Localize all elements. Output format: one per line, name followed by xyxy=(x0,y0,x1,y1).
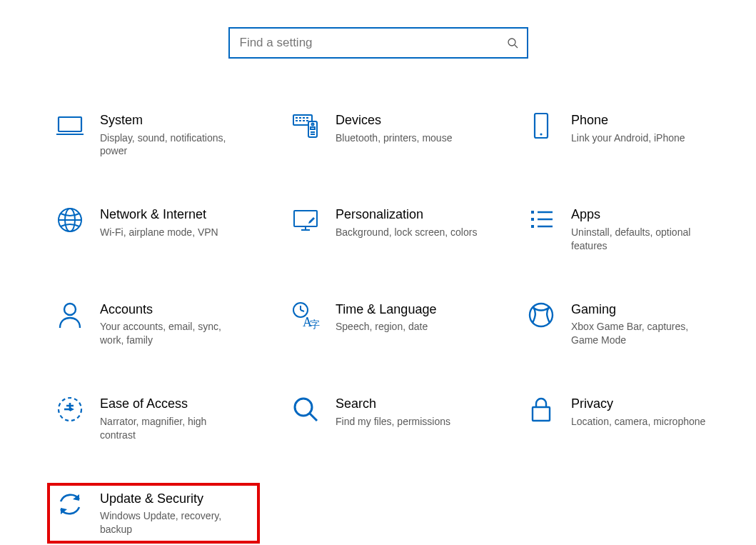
tile-title: Ease of Access xyxy=(100,396,251,412)
svg-text:字: 字 xyxy=(310,319,320,329)
update-icon xyxy=(56,490,84,519)
tile-title: Accounts xyxy=(100,302,251,318)
tile-title: Update & Security xyxy=(100,491,251,507)
svg-rect-28 xyxy=(531,225,534,228)
svg-line-42 xyxy=(310,414,317,421)
tile-network-internet[interactable]: Network & Internet Wi-Fi, airplane mode,… xyxy=(50,201,257,256)
svg-marker-40 xyxy=(70,407,74,411)
tile-gaming[interactable]: Gaming Xbox Game Bar, captures, Game Mod… xyxy=(521,296,728,351)
tile-desc: Link your Android, iPhone xyxy=(571,131,714,145)
tile-title: Phone xyxy=(571,113,722,129)
tile-personalization[interactable]: Personalization Background, lock screen,… xyxy=(286,201,493,256)
tile-system[interactable]: System Display, sound, notifications, po… xyxy=(50,107,257,162)
svg-rect-27 xyxy=(531,218,534,221)
gaming-icon xyxy=(527,301,555,329)
time-language-icon: A 字 xyxy=(291,301,320,329)
tile-title: Privacy xyxy=(571,396,722,412)
tile-desc: Bluetooth, printers, mouse xyxy=(336,131,478,145)
tile-privacy[interactable]: Privacy Location, camera, microphone xyxy=(521,391,728,446)
tile-search[interactable]: Search Find my files, permissions xyxy=(286,391,493,446)
tile-title: Gaming xyxy=(571,302,722,318)
tile-title: System xyxy=(100,113,251,129)
tile-apps[interactable]: Apps Uninstall, defaults, optional featu… xyxy=(521,201,728,256)
tile-accounts[interactable]: Accounts Your accounts, email, sync, wor… xyxy=(50,296,257,351)
personalization-icon xyxy=(291,206,320,234)
tile-devices[interactable]: Devices Bluetooth, printers, mouse xyxy=(286,107,493,162)
magnifier-icon xyxy=(291,395,320,424)
lock-icon xyxy=(527,395,555,424)
search-input[interactable] xyxy=(238,35,507,51)
svg-rect-2 xyxy=(59,117,81,131)
tile-desc: Display, sound, notifications, power xyxy=(100,131,243,159)
tile-title: Apps xyxy=(571,207,722,223)
tile-title: Devices xyxy=(336,113,487,129)
tile-desc: Background, lock screen, colors xyxy=(336,226,478,239)
devices-icon xyxy=(291,111,320,140)
search-wrap xyxy=(228,27,528,59)
svg-line-35 xyxy=(301,310,304,311)
svg-rect-43 xyxy=(533,407,550,421)
phone-icon xyxy=(527,111,555,140)
svg-point-0 xyxy=(508,39,515,46)
svg-line-1 xyxy=(515,45,518,48)
search-icon xyxy=(507,37,518,49)
tile-desc: Uninstall, defaults, optional features xyxy=(571,226,714,253)
tile-update-security[interactable]: Update & Security Windows Update, recove… xyxy=(50,486,257,541)
tile-title: Time & Language xyxy=(336,302,487,318)
svg-point-32 xyxy=(64,304,76,315)
tile-title: Personalization xyxy=(336,207,487,223)
ease-of-access-icon xyxy=(56,395,84,424)
apps-icon xyxy=(527,206,555,234)
tile-desc: Find my files, permissions xyxy=(336,415,478,429)
tile-title: Network & Internet xyxy=(100,207,251,223)
settings-grid: System Display, sound, notifications, po… xyxy=(50,107,728,541)
system-icon xyxy=(56,111,84,140)
tile-ease-of-access[interactable]: Ease of Access Narrator, magnifier, high… xyxy=(50,391,257,446)
svg-rect-26 xyxy=(531,211,534,214)
tile-desc: Xbox Game Bar, captures, Game Mode xyxy=(571,320,714,347)
tile-desc: Windows Update, recovery, backup xyxy=(100,509,243,536)
tile-desc: Your accounts, email, sync, work, family xyxy=(100,320,243,347)
tile-desc: Narrator, magnifier, high contrast xyxy=(100,415,243,442)
tile-phone[interactable]: Phone Link your Android, iPhone xyxy=(521,107,728,162)
accounts-icon xyxy=(56,301,84,329)
tile-desc: Speech, region, date xyxy=(336,320,478,334)
search-box[interactable] xyxy=(228,27,528,59)
svg-point-41 xyxy=(295,399,312,416)
tile-title: Search xyxy=(336,396,487,412)
svg-point-19 xyxy=(540,133,542,135)
tile-desc: Location, camera, microphone xyxy=(571,415,714,429)
tile-time-language[interactable]: A 字 Time & Language Speech, region, date xyxy=(286,296,493,351)
globe-icon xyxy=(56,206,84,234)
tile-desc: Wi-Fi, airplane mode, VPN xyxy=(100,226,243,239)
